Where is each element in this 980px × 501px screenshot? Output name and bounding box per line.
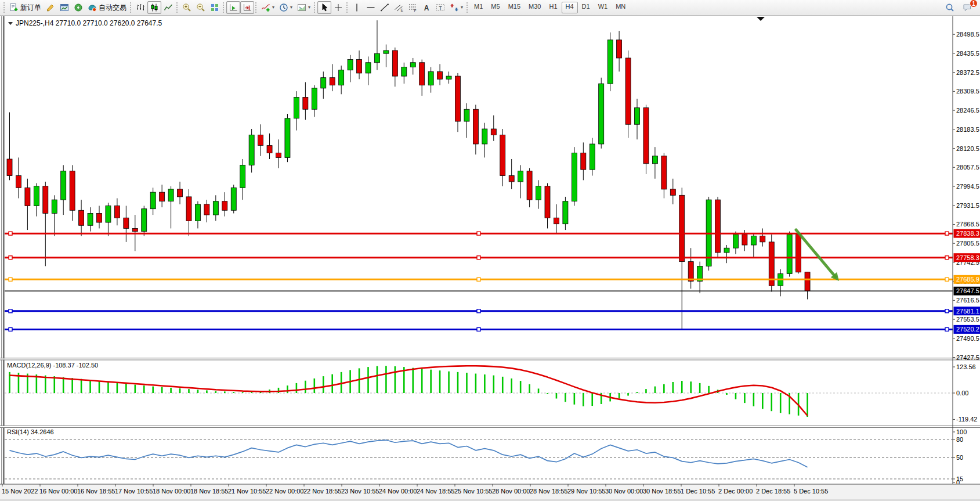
fibo-icon: F (408, 3, 417, 12)
fibonacci-button[interactable]: F (406, 1, 420, 14)
time-axis-label: 2 Dec 00:00 (718, 488, 753, 495)
vline-icon (352, 3, 361, 12)
timeframe-h4-button[interactable]: H4 (562, 2, 578, 13)
search-button[interactable] (943, 1, 957, 14)
time-axis-label: 24 Nov 00:00 (379, 488, 417, 495)
crosshair-icon (334, 3, 343, 12)
bars-icon (136, 3, 145, 12)
time-axis-label: 28 Nov 00:00 (492, 488, 530, 495)
chevron-down-icon: ▾ (290, 5, 292, 10)
time-axis-label: 22 Nov 18:55 (303, 488, 341, 495)
text-button[interactable]: A (420, 1, 433, 14)
svg-text:A: A (424, 4, 429, 12)
timeframe-h1-button[interactable]: H1 (545, 2, 561, 13)
toolbar-group: ▾▾▾ (259, 0, 313, 15)
metaeditor-button[interactable] (44, 1, 57, 14)
time-axis-label: 30 Nov 00:00 (605, 488, 643, 495)
price-chart: JPN225-,H4 27710.0 27710.0 27620.0 27647… (0, 0, 980, 501)
time-axis-label: 1 Dec 10:55 (681, 488, 715, 495)
price-axis-label: 28183.5 (956, 126, 979, 133)
channel-button[interactable]: E (392, 1, 406, 14)
timeframe-m5-button[interactable]: M5 (487, 2, 504, 13)
autotrading-icon (88, 3, 97, 12)
navigator-button[interactable] (71, 1, 85, 14)
svg-text:27581.1: 27581.1 (956, 308, 979, 315)
svg-text:F: F (414, 9, 417, 13)
price-tag-27647.5: 27647.5 (954, 287, 980, 295)
time-axis[interactable]: 15 Nov 202216 Nov 00:0016 Nov 18:5517 No… (0, 484, 980, 501)
template-icon (297, 3, 306, 12)
notification-badge: 1 (970, 0, 978, 8)
chevron-down-icon: ▾ (308, 5, 310, 10)
timeframe-mn-button[interactable]: MN (612, 2, 630, 13)
zoom-out-button[interactable] (194, 1, 208, 14)
vertical-line-button[interactable] (350, 1, 364, 14)
svg-text:27758.3: 27758.3 (956, 254, 979, 261)
text-a-icon: A (422, 3, 431, 12)
zoom-in-button[interactable] (180, 1, 194, 14)
time-axis-label: 16 Nov 18:55 (77, 488, 115, 495)
periods-button[interactable]: ▾ (277, 1, 295, 14)
toolbar-grip (3, 2, 5, 13)
trendline-button[interactable] (378, 1, 392, 14)
price-axis-label: 27868.5 (956, 221, 979, 228)
text-label-button[interactable]: T (433, 1, 447, 14)
arrows-button[interactable]: ▾ (447, 1, 465, 14)
rsi-label: RSI(14) 34.2646 (7, 428, 54, 435)
time-axis-label: 21 Nov 10:55 (228, 488, 266, 495)
templates-button[interactable]: ▾ (295, 1, 313, 14)
time-axis-label: 22 Nov 00:00 (266, 488, 303, 495)
candles-icon (150, 3, 159, 12)
autotrading-button[interactable]: 自动交易 (85, 1, 129, 14)
svg-text:27838.3: 27838.3 (956, 230, 979, 237)
timeframe-m30-button[interactable]: M30 (525, 2, 545, 13)
panel-divider[interactable] (0, 426, 980, 428)
bar-chart-button[interactable] (133, 1, 147, 14)
price-axis-label: 27427.5 (956, 354, 979, 361)
time-axis-label: 16 Nov 00:00 (39, 488, 77, 495)
trendline-icon (380, 3, 389, 12)
chevron-down-icon: ▾ (272, 5, 274, 10)
price-tag-27520.2: 27520.2 (954, 325, 980, 334)
price-tag-27838.3: 27838.3 (954, 229, 980, 238)
indicators-button[interactable]: ▾ (259, 1, 277, 14)
price-axis-label: 27931.5 (956, 202, 979, 209)
line-chart-button[interactable] (161, 1, 175, 14)
chart-profile-button[interactable] (57, 1, 71, 14)
new-order-icon (9, 3, 19, 12)
timeframe-group: M1M5M15M30H1H4D1W1MN (470, 0, 630, 15)
crosshair-button[interactable] (331, 1, 345, 14)
svg-text:E: E (401, 8, 404, 12)
timeframe-m1-button[interactable]: M1 (470, 2, 487, 13)
svg-text:27520.2: 27520.2 (956, 326, 979, 333)
timeframe-m15-button[interactable]: M15 (504, 2, 525, 13)
toolbar-group (180, 0, 222, 15)
new-order-button-label: 新订单 (20, 3, 41, 13)
price-axis-label: 28057.5 (956, 164, 979, 171)
tile-icon (210, 3, 219, 12)
timeframe-w1-button[interactable]: W1 (594, 2, 612, 13)
timeframe-d1-button[interactable]: D1 (578, 2, 594, 13)
macd-axis-label: 0.00 (956, 390, 968, 397)
price-tag-27581.1: 27581.1 (954, 307, 980, 315)
toolbar-grip (466, 2, 468, 13)
cursor-button[interactable] (317, 1, 331, 14)
chevron-down-icon: ▾ (461, 5, 463, 10)
toolbar-grip (222, 2, 225, 13)
symbol-ohlc-title: JPN225-,H4 27710.0 27710.0 27620.0 27647… (16, 19, 162, 27)
horizontal-line-button[interactable] (364, 1, 378, 14)
chat-button[interactable]: 1 (960, 1, 974, 14)
new-order-button[interactable]: 新订单 (7, 1, 44, 14)
rsi-axis-label: 50 (956, 454, 963, 461)
candlestick-chart-button[interactable] (147, 1, 161, 14)
price-axis-label: 28372.5 (956, 69, 979, 76)
arrows-icon (450, 3, 459, 12)
tile-windows-button[interactable] (208, 1, 222, 14)
panel-divider[interactable] (0, 358, 980, 360)
search-icon (945, 3, 954, 12)
time-axis-label: 15 Nov 2022 (2, 488, 38, 495)
price-tag-27685.9: 27685.9 (954, 275, 980, 284)
time-axis-label: 28 Nov 18:55 (530, 488, 567, 495)
auto-scroll-button[interactable] (226, 1, 240, 14)
chart-shift-button[interactable] (240, 1, 254, 14)
